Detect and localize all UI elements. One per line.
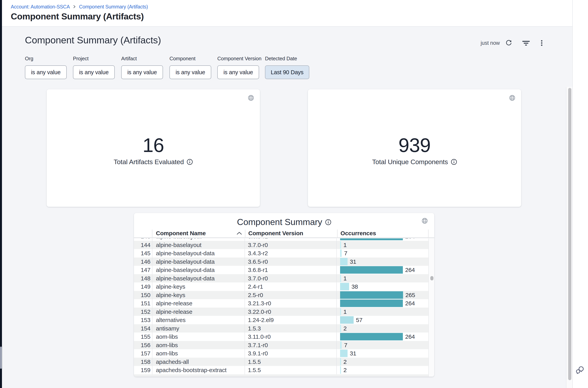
page-scrollbar-thumb[interactable] [568, 88, 571, 380]
tile-label: Total Unique Components [372, 158, 448, 166]
filter-value-button[interactable]: is any value [121, 65, 163, 79]
filter-value-button[interactable]: is any value [170, 65, 211, 79]
component-version-cell[interactable]: 3.7.1-r0 [245, 341, 337, 349]
occurrence-value: 1 [343, 274, 347, 283]
component-name-cell[interactable]: alpine-release [152, 308, 245, 316]
occurrences-cell[interactable]: 1 [337, 241, 428, 249]
component-name-cell[interactable]: alpine-baselayout-data [152, 266, 245, 274]
component-name-cell[interactable]: aom-libs [152, 341, 245, 349]
occurrence-value: 1 [343, 241, 347, 249]
occurrence-bar [340, 316, 354, 324]
component-name-cell[interactable]: alpine-baselayout-data [152, 274, 245, 283]
occurrences-cell[interactable]: 57 [337, 316, 428, 324]
component-version-cell[interactable]: 1.5.3 [245, 324, 337, 333]
occurrences-cell[interactable]: 264 [337, 266, 428, 274]
occurrences-cell[interactable]: 7 [337, 341, 428, 349]
table-row: 151alpine-release3.21.3-r0264 [134, 299, 428, 308]
table-row: 148alpine-baselayout-data3.7.0-r01 [134, 274, 428, 283]
occurrences-cell[interactable]: 1 [337, 274, 428, 283]
info-icon[interactable] [451, 159, 457, 165]
filter-value-button[interactable]: is any value [25, 65, 67, 79]
header-divider [245, 230, 245, 238]
table-row: 146alpine-baselayout-data3.6.5-r031 [134, 257, 428, 266]
component-version-cell[interactable]: 1.5.5 [245, 358, 337, 366]
component-name-cell[interactable]: antisamy [152, 324, 245, 333]
component-name-cell[interactable]: aom-libs [152, 333, 245, 341]
filter-value-button[interactable]: Last 90 Days [265, 65, 309, 79]
component-version-cell[interactable]: 3.4.3-r2 [245, 249, 337, 258]
occurrence-bar [340, 291, 403, 299]
component-name-cell[interactable]: alternatives [152, 316, 245, 324]
row-number: 154 [134, 324, 152, 333]
occurrences-cell[interactable]: 7 [337, 249, 428, 258]
component-name-cell[interactable]: alpine-baselayout [152, 238, 245, 241]
left-rail-scrollbar-thumb[interactable] [0, 347, 2, 369]
breadcrumb-dashboard-link[interactable]: Component Summary (Artifacts) [79, 4, 148, 10]
component-version-cell[interactable]: 2.5-r0 [245, 291, 337, 299]
component-version-cell[interactable]: 3.6.5-r0 [245, 257, 337, 266]
table-row: 147alpine-baselayout-data3.6.8-r1264 [134, 266, 428, 274]
occurrences-cell[interactable]: 38 [337, 283, 428, 291]
column-header-occurrences[interactable]: Occurrences [341, 229, 376, 238]
filter-icon[interactable] [522, 39, 530, 47]
occurrences-cell[interactable]: 31 [337, 349, 428, 358]
table-row: 150alpine-keys2.5-r0265 [134, 291, 428, 299]
table-scrollbar-thumb[interactable] [430, 276, 434, 280]
component-name-cell[interactable]: alpine-baselayout-data [152, 249, 245, 258]
table-row: 156aom-libs3.7.1-r07 [134, 341, 428, 349]
row-number: 156 [134, 341, 152, 349]
row-number: 155 [134, 333, 152, 341]
kebab-menu-icon[interactable] [538, 39, 546, 47]
occurrence-bar [340, 358, 341, 365]
component-version-cell[interactable]: 3.7.0-r0 [245, 241, 337, 249]
component-version-cell[interactable]: 3.6.5-r1 [245, 238, 337, 241]
component-name-cell[interactable]: apacheds-all [152, 358, 245, 366]
filter-value-button[interactable]: is any value [217, 65, 259, 79]
component-name-cell[interactable]: alpine-keys [152, 283, 245, 291]
occurrence-value: 265 [405, 291, 415, 299]
component-name-cell[interactable]: alpine-baselayout-data [152, 257, 245, 266]
component-version-cell[interactable]: 3.11.0-r0 [245, 333, 337, 341]
component-name-cell[interactable]: apacheds-bootstrap-extract [152, 366, 245, 374]
occurrences-cell[interactable]: 2 [337, 324, 428, 333]
occurrences-cell[interactable]: 2 [337, 358, 428, 366]
occurrences-cell[interactable]: 1 [337, 308, 428, 316]
occurrences-cell[interactable]: 31 [337, 257, 428, 266]
component-version-cell[interactable]: 3.21.3-r0 [245, 299, 337, 308]
info-icon[interactable] [325, 219, 331, 225]
component-version-cell[interactable]: 1.5.5 [245, 366, 337, 374]
globe-icon [248, 95, 254, 101]
component-name-cell[interactable]: aom-libs [152, 349, 245, 358]
row-number: 144 [134, 241, 152, 249]
component-version-cell[interactable]: 3.22.0-r0 [245, 308, 337, 316]
component-version-cell[interactable]: 3.9.1-r0 [245, 349, 337, 358]
component-name-cell[interactable]: alpine-release [152, 299, 245, 308]
breadcrumb-account-link[interactable]: Account: Automation-SSCA [11, 4, 70, 10]
filter-group-component: Componentis any value [170, 56, 211, 79]
component-version-cell[interactable]: 3.7.0-r0 [245, 274, 337, 283]
column-header-component-name[interactable]: Component Name [156, 229, 206, 238]
occurrences-cell[interactable]: 264 [337, 299, 428, 308]
occurrences-cell[interactable]: 2 [337, 366, 428, 374]
table-row: 153alternatives1.24-2.el957 [134, 316, 428, 324]
occurrence-bar [340, 300, 403, 307]
occurrences-cell[interactable]: 264 [337, 238, 428, 241]
component-version-cell[interactable]: 3.6.8-r1 [245, 266, 337, 274]
chat-help-icon[interactable] [576, 366, 585, 375]
occurrence-value: 31 [350, 257, 356, 266]
filter-value-button[interactable]: is any value [73, 65, 115, 79]
filter-label: Artifact [121, 56, 163, 62]
table-row: 144alpine-baselayout3.7.0-r01 [134, 241, 428, 249]
globe-icon [509, 95, 515, 101]
refresh-icon[interactable] [505, 39, 513, 47]
occurrences-cell[interactable]: 264 [337, 333, 428, 341]
component-name-cell[interactable]: alpine-baselayout [152, 241, 245, 249]
occurrences-cell[interactable]: 265 [337, 291, 428, 299]
table-row: 155aom-libs3.11.0-r0264 [134, 333, 428, 341]
left-nav-rail[interactable] [0, 0, 2, 388]
component-version-cell[interactable]: 1.24-2.el9 [245, 316, 337, 324]
column-header-component-version[interactable]: Component Version [248, 229, 303, 238]
info-icon[interactable] [187, 159, 193, 165]
component-name-cell[interactable]: alpine-keys [152, 291, 245, 299]
component-version-cell[interactable]: 2.4-r1 [245, 283, 337, 291]
